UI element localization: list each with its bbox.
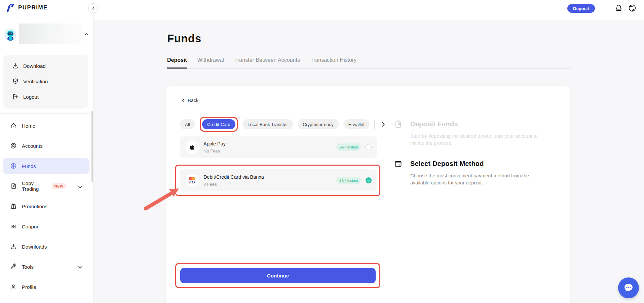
sidebar-item-profile[interactable]: Profile: [3, 279, 89, 295]
payment-filter-chips: All Credit Card Local Bank Transfer Cryp…: [180, 116, 387, 133]
copy-trading-icon: [10, 183, 17, 189]
avatar: [4, 29, 16, 41]
topbar-divider: [605, 3, 605, 12]
tab-deposit[interactable]: Deposit: [167, 57, 187, 68]
sidebar-item-coupon[interactable]: Coupon: [3, 219, 89, 234]
chips-divider: [374, 120, 375, 129]
language-globe-icon[interactable]: [628, 4, 637, 12]
puprime-logo-icon: [5, 3, 15, 13]
continue-button[interactable]: Continue: [180, 268, 376, 283]
filter-chip-local-bank-transfer[interactable]: Local Bank Transfer: [242, 119, 293, 129]
method-radio-unselected[interactable]: [366, 144, 372, 150]
annotation-arrow: [140, 183, 183, 215]
method-fees: No Fees: [203, 148, 336, 154]
tab-transaction-history[interactable]: Transaction History: [310, 57, 356, 68]
back-label: Back: [188, 98, 198, 103]
page-title: Funds: [167, 32, 201, 45]
coupon-icon: [10, 223, 17, 230]
sidebar-item-label: Accounts: [22, 143, 43, 149]
sidebar-item-tools[interactable]: Tools: [3, 259, 89, 274]
download-icon: [10, 243, 17, 250]
home-icon: [10, 122, 17, 129]
sidebar-item-label: Home: [22, 123, 35, 129]
filter-chip-cryptocurrency[interactable]: Cryptocurrency: [298, 119, 339, 129]
shield-check-icon: [12, 78, 19, 85]
step-description: Choose the most convenient payment metho…: [410, 172, 541, 186]
topbar: Deposit: [93, 0, 644, 19]
method-row-apple-pay[interactable]: Apple Pay No Fees 24/7 Instant: [180, 136, 377, 158]
step-description: Start by depositing the desired amount i…: [410, 133, 541, 147]
funds-tabs: Deposit Withdrawal Transfer Between Acco…: [167, 57, 571, 69]
annotation-box-credit-card: Credit Card: [200, 117, 238, 132]
method-check-selected[interactable]: [366, 177, 372, 183]
method-name: Debit/Credit Card via Banxa: [203, 174, 336, 180]
step-connector-line: [398, 132, 398, 159]
menu-item-verification[interactable]: Verification: [3, 74, 88, 89]
brand-name: PUPRIME: [18, 4, 48, 11]
clipboard-icon: [394, 120, 402, 128]
chevron-right-icon[interactable]: [379, 121, 387, 128]
deposit-panel: Back All Credit Card Local Bank Transfer…: [166, 86, 570, 303]
menu-item-label: Verification: [23, 79, 48, 84]
payment-card-icon: [394, 160, 402, 168]
apple-pay-icon: [185, 140, 199, 154]
sidebar-nav: Home Accounts Funds Copy Trading NEW Pro…: [3, 118, 89, 299]
sidebar-item-label: Tools: [22, 264, 34, 270]
method-row-banxa-card[interactable]: VISA Debit/Credit Card via Banxa 0 Fees …: [180, 169, 377, 191]
deposit-button[interactable]: Deposit: [567, 4, 595, 13]
person-icon: [10, 284, 17, 290]
sidebar-item-label: Profile: [22, 284, 36, 290]
step-title: Select Deposit Method: [410, 160, 484, 168]
account-name-skeleton: [19, 24, 81, 44]
sidebar-item-funds[interactable]: Funds: [3, 158, 89, 174]
menu-item-label: Download: [23, 63, 46, 69]
tab-withdrawal[interactable]: Withdrawal: [197, 57, 224, 68]
sidebar-item-downloads[interactable]: Downloads: [3, 239, 89, 254]
sidebar-item-label: Funds: [22, 163, 36, 169]
dollar-circle-icon: [10, 163, 17, 169]
chat-support-button[interactable]: [618, 277, 639, 298]
logout-icon: [12, 93, 19, 100]
chevron-down-icon: [77, 264, 82, 269]
chevron-up-icon: [83, 32, 89, 38]
main-content: Funds Deposit Withdrawal Transfer Betwee…: [93, 19, 644, 303]
sidebar-item-label: Downloads: [22, 244, 47, 250]
sidebar-scrollbar[interactable]: [91, 111, 93, 182]
menu-item-logout[interactable]: Logout: [3, 89, 88, 104]
sidebar-collapse-button[interactable]: [88, 3, 98, 13]
account-dropdown-menu: Download Verification Logout: [3, 55, 88, 109]
sidebar-item-home[interactable]: Home: [3, 118, 89, 133]
notifications-bell-icon[interactable]: [614, 4, 623, 12]
user-circle-icon: [10, 142, 17, 149]
sidebar-item-accounts[interactable]: Accounts: [3, 138, 89, 154]
instant-badge: 24/7 Instant: [336, 177, 361, 184]
filter-chip-credit-card[interactable]: Credit Card: [202, 119, 235, 129]
menu-item-download[interactable]: Download: [3, 58, 88, 74]
download-icon: [12, 62, 19, 69]
visa-mastercard-icon: VISA: [185, 174, 199, 187]
sidebar-item-label: Promotions: [22, 204, 47, 209]
sidebar: PUPRIME Download: [0, 0, 93, 303]
filter-chip-e-wallet[interactable]: E-wallet: [343, 119, 370, 129]
wrench-icon: [10, 263, 17, 270]
filter-chip-all[interactable]: All: [180, 119, 195, 129]
profile-summary[interactable]: [0, 21, 93, 44]
step-select-deposit-method: Select Deposit Method Choose the most co…: [394, 160, 535, 186]
step-deposit-funds: Deposit Funds Start by depositing the de…: [394, 120, 535, 147]
back-link[interactable]: Back: [181, 98, 198, 103]
method-fees: 0 Fees: [203, 182, 336, 187]
method-name: Apple Pay: [203, 141, 336, 146]
sidebar-item-label: Copy Trading: [22, 180, 48, 192]
gift-icon: [10, 203, 17, 210]
chevron-down-icon: [77, 183, 82, 189]
sidebar-item-copy-trading[interactable]: Copy Trading NEW: [3, 178, 89, 194]
new-badge: NEW: [51, 183, 67, 189]
menu-item-label: Logout: [23, 94, 39, 100]
instant-badge: 24/7 Instant: [336, 143, 361, 151]
brand-logo[interactable]: PUPRIME: [5, 3, 48, 13]
step-title: Deposit Funds: [410, 120, 458, 128]
sidebar-item-label: Coupon: [22, 224, 40, 229]
tab-transfer-between-accounts[interactable]: Transfer Between Accounts: [234, 57, 300, 68]
chevron-left-icon: [181, 98, 185, 103]
sidebar-item-promotions[interactable]: Promotions: [3, 199, 89, 214]
